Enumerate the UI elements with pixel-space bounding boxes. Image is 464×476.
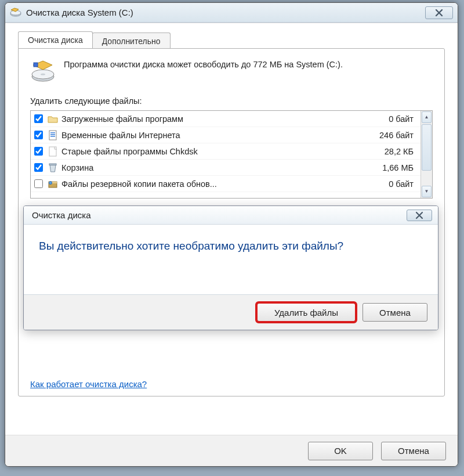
tab-cleanup[interactable]: Очистка диска (18, 31, 93, 48)
scroll-up-arrow[interactable]: ▲ (422, 111, 432, 123)
title-bar[interactable]: Очистка диска System (C:) (5, 3, 458, 23)
button-label: Отмена (379, 308, 411, 318)
svg-rect-7 (50, 132, 55, 134)
file-list-item[interactable]: Корзина 1,66 МБ (31, 160, 420, 176)
file-checkbox[interactable] (34, 163, 43, 172)
confirm-title: Очистка диска (32, 210, 91, 220)
file-name: Старые файлы программы Chkdsk (61, 147, 359, 156)
confirm-title-bar[interactable]: Очистка диска (24, 206, 438, 225)
close-button[interactable] (425, 6, 453, 19)
window-title: Очистка диска System (C:) (26, 8, 422, 17)
file-list-item[interactable]: Временные файлы Интернета 246 байт (31, 127, 420, 143)
cancel-button[interactable]: Отмена (381, 442, 446, 460)
file-name: Загруженные файлы программ (61, 114, 359, 124)
svg-rect-10 (49, 147, 56, 156)
file-name: Корзина (61, 163, 359, 172)
file-name: Временные файлы Интернета (61, 131, 359, 140)
files-label: Удалить следующие файлы: (30, 96, 433, 106)
tab-label: Очистка диска (28, 35, 83, 45)
file-size: 28,2 КБ (359, 147, 417, 156)
file-list-rows: Загруженные файлы программ 0 байт Времен… (31, 111, 420, 198)
button-label: Удалить файлы (274, 308, 338, 318)
disk-cleanup-icon (10, 8, 21, 18)
tab-strip: Очистка диска Дополнительно (18, 31, 458, 48)
file-size: 1,66 МБ (359, 163, 417, 172)
file-list: Загруженные файлы программ 0 байт Времен… (30, 110, 433, 199)
file-list-item[interactable]: Файлы резервной копии пакета обнов... 0 … (31, 176, 420, 192)
dialog-button-bar: OK Отмена (5, 435, 458, 466)
file-checkbox[interactable] (34, 131, 43, 139)
document-icon (48, 146, 58, 157)
button-label: Отмена (398, 446, 429, 456)
help-link[interactable]: Как работает очистка диска? (30, 379, 147, 389)
file-checkbox[interactable] (34, 147, 43, 156)
ok-button[interactable]: OK (308, 442, 373, 460)
file-list-item[interactable]: Старые файлы программы Chkdsk 28,2 КБ (31, 143, 420, 160)
file-list-item[interactable]: Загруженные файлы программ 0 байт (31, 111, 420, 127)
button-label: OK (334, 446, 347, 456)
tab-more[interactable]: Дополнительно (92, 33, 171, 49)
svg-rect-5 (34, 63, 38, 67)
svg-rect-8 (50, 134, 55, 135)
file-checkbox[interactable] (34, 179, 43, 188)
confirm-cancel-button[interactable]: Отмена (362, 303, 427, 322)
file-name: Файлы резервной копии пакета обнов... (61, 179, 359, 189)
svg-rect-6 (49, 131, 56, 140)
confirm-close-button[interactable] (407, 210, 432, 221)
drive-icon (30, 59, 56, 85)
scroll-thumb[interactable] (422, 124, 432, 171)
document-icon (48, 130, 58, 140)
scroll-track[interactable] (422, 124, 432, 185)
folder-icon (48, 114, 58, 124)
scroll-down-arrow[interactable]: ▼ (422, 186, 432, 197)
description-text: Программа очистки диска может освободить… (64, 59, 343, 85)
file-size: 246 байт (359, 131, 417, 140)
tab-label: Дополнительно (102, 37, 161, 46)
file-size: 0 байт (359, 114, 417, 124)
svg-rect-11 (49, 164, 56, 165)
help-link-section: Как работает очистка диска? (30, 379, 147, 389)
list-scrollbar[interactable]: ▲ ▼ (420, 111, 432, 198)
confirm-message: Вы действительно хотите необратимо удали… (24, 225, 438, 294)
svg-rect-9 (50, 136, 55, 137)
file-size: 0 байт (359, 179, 417, 189)
delete-files-button[interactable]: Удалить файлы (257, 303, 356, 322)
svg-point-4 (41, 73, 45, 75)
description-row: Программа очистки диска может освободить… (30, 59, 433, 85)
confirm-dialog: Очистка диска Вы действительно хотите не… (23, 205, 438, 330)
svg-point-14 (49, 181, 52, 184)
file-checkbox[interactable] (34, 114, 43, 123)
package-icon (48, 179, 58, 189)
confirm-button-bar: Удалить файлы Отмена (24, 294, 438, 330)
recycle-bin-icon (48, 163, 58, 173)
